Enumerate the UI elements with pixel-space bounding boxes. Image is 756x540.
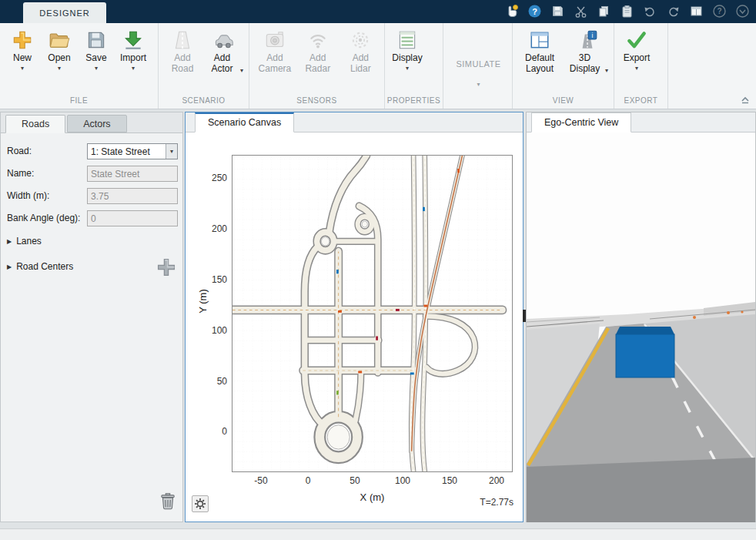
ribbon-section-export: Export ▾ EXPORT <box>614 23 668 109</box>
undo-icon[interactable] <box>643 4 657 18</box>
name-field-row: Name: <box>1 166 184 183</box>
chevron-down-circle-icon[interactable] <box>735 4 750 18</box>
section-label-sensors: SENSORS <box>249 95 384 109</box>
default-layout-button[interactable]: Default Layout <box>517 27 562 76</box>
driving-scenario-designer-window: DESIGNER ? <box>0 0 756 540</box>
tab-scenario-canvas[interactable]: Scenario Canvas <box>195 112 294 132</box>
bank-angle-field[interactable] <box>87 210 178 226</box>
road-select-dropdown[interactable]: 1: State Street ▾ <box>87 143 178 159</box>
panel-splitter-handle[interactable] <box>523 310 526 322</box>
simulate-button-label: SIMULATE <box>456 59 500 69</box>
add-lidar-icon <box>349 29 372 52</box>
chevron-down-icon: ▾ <box>477 82 480 88</box>
svg-text:?: ? <box>717 7 721 15</box>
chevron-down-icon: ▾ <box>635 65 638 72</box>
paste-icon[interactable] <box>620 4 634 18</box>
export-button-label: Export <box>624 53 651 64</box>
copy-icon[interactable] <box>597 4 611 18</box>
simulate-button[interactable]: SIMULATE ▾ <box>453 27 503 89</box>
ego-view-3d[interactable] <box>527 132 755 522</box>
canvas-settings-gear-icon[interactable] <box>192 495 209 512</box>
add-radar-button[interactable]: Add Radar <box>297 27 339 76</box>
width-field[interactable] <box>87 188 178 204</box>
layout-window-icon[interactable] <box>689 4 704 18</box>
3d-display-button[interactable]: i 3D Display ▾ <box>564 27 610 76</box>
open-button[interactable]: Open ▾ <box>42 27 77 73</box>
default-layout-button-label: Default Layout <box>520 53 560 75</box>
lanes-expander[interactable]: ▶ Lanes <box>7 236 42 247</box>
cut-icon[interactable] <box>574 4 588 18</box>
redo-icon[interactable] <box>666 4 681 18</box>
add-camera-button-label: Add Camera <box>256 53 293 75</box>
add-camera-button[interactable]: Add Camera <box>254 27 296 76</box>
section-label-file: FILE <box>0 95 158 109</box>
expander-arrow-icon: ▶ <box>7 238 12 245</box>
y-tick-label: 0 <box>199 426 227 437</box>
scenario-canvas-panel: Scenario Canvas <box>185 112 524 522</box>
add-road-button-label: Add Road <box>166 53 199 75</box>
simulation-time-label: T=2.77s <box>480 497 513 508</box>
name-field[interactable] <box>87 166 178 182</box>
add-lidar-button[interactable]: Add Lidar <box>340 27 381 76</box>
expander-arrow-icon: ▶ <box>7 263 12 270</box>
section-label-export: EXPORT <box>614 95 667 109</box>
add-actor-button[interactable]: Add Actor ▾ <box>203 27 246 76</box>
tab-roads[interactable]: Roads <box>5 115 65 133</box>
ribbon-section-sensors: Add Camera Add Radar <box>249 23 385 109</box>
feedback-hand-icon[interactable] <box>504 4 519 18</box>
display-button[interactable]: Display ▾ <box>390 27 425 73</box>
canvas-tab-bar: Scenario Canvas <box>186 112 523 132</box>
export-button[interactable]: Export ▾ <box>619 27 654 73</box>
y-tick-label: 50 <box>199 376 227 387</box>
road-select-value: 1: State Street <box>88 146 166 157</box>
add-lidar-button-label: Add Lidar <box>343 53 379 75</box>
svg-text:?: ? <box>532 7 537 16</box>
collapse-ribbon-icon[interactable] <box>739 93 751 106</box>
import-button[interactable]: Import ▾ <box>115 27 151 73</box>
x-tick-label: 150 <box>434 475 465 486</box>
section-label-properties: PROPERTIES <box>385 95 443 109</box>
add-actor-button-label: Add Actor <box>206 53 239 75</box>
x-tick-label: -50 <box>246 475 276 486</box>
help-icon[interactable]: ? <box>527 4 542 18</box>
delete-road-button[interactable] <box>159 491 177 510</box>
section-label-view: VIEW <box>513 95 614 109</box>
open-button-label: Open <box>48 53 70 64</box>
help-circle-icon[interactable]: ? <box>712 4 727 18</box>
road-centers-expander[interactable]: ▶ Road Centers <box>7 261 73 272</box>
tab-ego-centric-view[interactable]: Ego-Centric View <box>531 112 631 132</box>
y-tick-label: 250 <box>199 173 227 183</box>
bank-angle-field-label: Bank Angle (deg): <box>7 213 80 223</box>
new-plus-icon <box>11 29 34 52</box>
add-radar-button-label: Add Radar <box>299 53 336 75</box>
road-network-plot[interactable] <box>232 155 513 472</box>
road-select-label: Road: <box>7 146 32 156</box>
tab-actors[interactable]: Actors <box>67 115 126 132</box>
chevron-down-icon: ▾ <box>21 65 24 72</box>
display-button-label: Display <box>392 53 422 64</box>
add-road-center-button[interactable] <box>156 257 176 277</box>
3d-display-button-label: 3D Display <box>566 53 604 75</box>
lanes-expander-label: Lanes <box>16 236 42 247</box>
chevron-down-icon[interactable]: ▾ <box>166 144 177 159</box>
ribbon-section-simulate: SIMULATE ▾ <box>443 23 513 109</box>
width-field-row: Width (m): <box>1 188 184 205</box>
designer-tab[interactable]: DESIGNER <box>23 2 106 23</box>
save-button[interactable]: Save ▾ <box>79 27 114 73</box>
bank-angle-field-row: Bank Angle (deg): <box>1 210 184 227</box>
chevron-down-icon: ▾ <box>406 65 409 72</box>
left-panel-tabs: Roads Actors <box>1 112 182 133</box>
add-actor-car-icon <box>212 29 236 52</box>
ribbon-filler <box>668 23 756 109</box>
add-road-icon <box>171 29 194 52</box>
add-road-button[interactable]: Add Road <box>163 27 202 76</box>
save-icon[interactable] <box>550 4 565 18</box>
new-button[interactable]: New ▾ <box>5 27 40 73</box>
chevron-down-icon: ▾ <box>240 67 243 75</box>
import-arrow-icon <box>122 29 145 52</box>
ribbon-section-properties: Display ▾ PROPERTIES <box>385 23 443 109</box>
status-bar <box>0 528 756 540</box>
road-centers-expander-label: Road Centers <box>16 261 73 272</box>
open-folder-icon <box>48 29 71 52</box>
chevron-down-icon: ▾ <box>95 65 98 72</box>
